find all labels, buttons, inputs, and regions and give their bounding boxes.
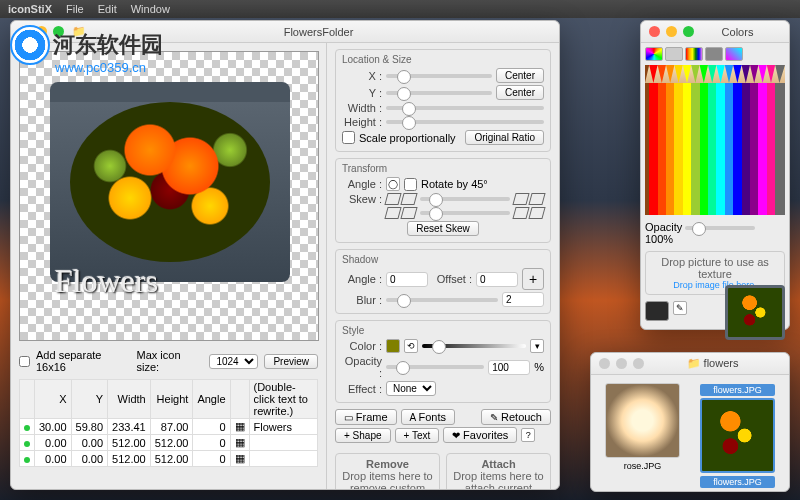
skew-icon[interactable] bbox=[384, 207, 401, 219]
brightness-slider[interactable] bbox=[422, 344, 526, 348]
close-button[interactable] bbox=[599, 358, 610, 369]
frame-button[interactable]: ▭ Frame bbox=[335, 409, 397, 425]
dragging-thumbnail[interactable] bbox=[725, 285, 785, 340]
menu-file[interactable]: File bbox=[66, 3, 84, 15]
file-thumbnail[interactable]: rose.JPG bbox=[605, 383, 680, 488]
shadow-angle-input[interactable] bbox=[386, 272, 428, 287]
properties-panel: Location & Size X :Center Y :Center Widt… bbox=[326, 43, 559, 489]
color-swatch[interactable] bbox=[386, 339, 400, 353]
transform-section: Transform Angle :◯Rotate by 45° Skew : R… bbox=[335, 158, 551, 243]
thumbnail-label: rose.JPG bbox=[605, 461, 680, 471]
menu-edit[interactable]: Edit bbox=[98, 3, 117, 15]
browser-path: flowers bbox=[704, 357, 739, 369]
minimize-button[interactable] bbox=[666, 26, 677, 37]
colors-window: Colors Opacity 100% Drop picture to use … bbox=[640, 20, 790, 330]
colors-title: Colors bbox=[694, 26, 781, 38]
add-16x16-checkbox[interactable] bbox=[19, 356, 30, 367]
menubar: iconStiX File Edit Window bbox=[0, 0, 800, 18]
skew-icon[interactable] bbox=[400, 207, 417, 219]
skew-v-slider[interactable] bbox=[420, 211, 510, 215]
opacity-value: 100% bbox=[645, 233, 673, 245]
skew-icon[interactable] bbox=[528, 207, 545, 219]
close-button[interactable] bbox=[649, 26, 660, 37]
blur-slider[interactable] bbox=[386, 298, 498, 302]
skew-icon[interactable] bbox=[512, 193, 529, 205]
maxsize-label: Max icon size: bbox=[137, 349, 204, 373]
table-row[interactable]: 0.000.00512.00512.000▦ bbox=[20, 451, 318, 467]
watermark-logo bbox=[10, 25, 50, 65]
scale-prop-checkbox[interactable] bbox=[342, 131, 355, 144]
color-mode-tabs bbox=[645, 47, 785, 61]
color-refresh-icon[interactable]: ⟲ bbox=[404, 339, 418, 353]
skew-icon[interactable] bbox=[528, 193, 545, 205]
image-layer[interactable] bbox=[70, 102, 270, 262]
main-window: 📁 FlowersFolder Flowers Add separate 16x… bbox=[10, 20, 560, 490]
add-16x16-label: Add separate 16x16 bbox=[36, 349, 131, 373]
eyedropper-icon[interactable]: ✎ bbox=[673, 301, 687, 315]
current-color-swatch[interactable] bbox=[645, 301, 669, 321]
style-menu-icon[interactable]: ▾ bbox=[530, 339, 544, 353]
maxsize-select[interactable]: 1024 bbox=[209, 354, 258, 369]
shadow-offset-input[interactable] bbox=[476, 272, 518, 287]
watermark: 河东软件园 www.pc0359.cn bbox=[10, 25, 163, 75]
preview-button[interactable]: Preview bbox=[264, 354, 318, 369]
skew-icon[interactable] bbox=[384, 193, 401, 205]
attach-dropzone[interactable]: Attach Drop items here to attach current… bbox=[446, 453, 551, 489]
icon-canvas[interactable]: Flowers bbox=[19, 51, 319, 341]
skew-icon[interactable] bbox=[400, 193, 417, 205]
effect-select[interactable]: None bbox=[386, 381, 436, 396]
color-image-tab[interactable] bbox=[705, 47, 723, 61]
maximize-button[interactable] bbox=[683, 26, 694, 37]
location-section: Location & Size X :Center Y :Center Widt… bbox=[335, 49, 551, 152]
color-sliders-tab[interactable] bbox=[665, 47, 683, 61]
add-text-button[interactable]: + Text bbox=[395, 428, 440, 443]
original-ratio-button[interactable]: Original Ratio bbox=[465, 130, 544, 145]
favorites-button[interactable]: ❤ Favorites bbox=[443, 427, 517, 443]
opacity-input[interactable] bbox=[488, 360, 530, 375]
reset-skew-button[interactable]: Reset Skew bbox=[407, 221, 478, 236]
pencil-picker[interactable] bbox=[645, 65, 785, 215]
color-wheel-tab[interactable] bbox=[645, 47, 663, 61]
opacity-label: Opacity bbox=[645, 221, 682, 233]
style-section: Style Color :⟲▾ Opacity :% Effect :None bbox=[335, 320, 551, 403]
maximize-button[interactable] bbox=[633, 358, 644, 369]
width-slider[interactable] bbox=[386, 106, 544, 110]
shadow-section: Shadow Angle :Offset :+ Blur : bbox=[335, 249, 551, 314]
shadow-add-button[interactable]: + bbox=[522, 268, 544, 290]
colors-titlebar[interactable]: Colors bbox=[641, 21, 789, 43]
table-row[interactable]: 30.0059.80233.4187.000▦Flowers bbox=[20, 419, 318, 435]
minimize-button[interactable] bbox=[616, 358, 627, 369]
x-slider[interactable] bbox=[386, 74, 492, 78]
menu-window[interactable]: Window bbox=[131, 3, 170, 15]
thumbnail-image bbox=[605, 383, 680, 458]
color-pencils-tab[interactable] bbox=[725, 47, 743, 61]
y-center-button[interactable]: Center bbox=[496, 85, 544, 100]
fonts-button[interactable]: A Fonts bbox=[401, 409, 455, 425]
add-shape-button[interactable]: + Shape bbox=[335, 428, 391, 443]
thumbnail-image bbox=[700, 398, 775, 473]
text-layer[interactable]: Flowers bbox=[55, 263, 158, 300]
file-thumbnail[interactable]: flowers.JPG flowers.JPG bbox=[700, 383, 775, 488]
color-opacity-slider[interactable] bbox=[685, 226, 755, 230]
browser-window: 📁 flowers rose.JPG flowers.JPG flowers.J… bbox=[590, 352, 790, 492]
color-palette-tab[interactable] bbox=[685, 47, 703, 61]
canvas-panel: Flowers Add separate 16x16 Max icon size… bbox=[11, 43, 326, 489]
x-center-button[interactable]: Center bbox=[496, 68, 544, 83]
blur-input[interactable] bbox=[502, 292, 544, 307]
layers-table[interactable]: X Y Width Height Angle (Double-click tex… bbox=[19, 379, 318, 467]
retouch-button[interactable]: ✎ Retouch bbox=[481, 409, 551, 425]
height-slider[interactable] bbox=[386, 120, 544, 124]
rotate45-checkbox[interactable] bbox=[404, 178, 417, 191]
thumbnail-badge: flowers.JPG bbox=[700, 384, 775, 396]
skew-h-slider[interactable] bbox=[420, 197, 510, 201]
thumbnail-label: flowers.JPG bbox=[700, 476, 775, 488]
y-slider[interactable] bbox=[386, 91, 492, 95]
browser-titlebar[interactable]: 📁 flowers bbox=[591, 353, 789, 375]
remove-dropzone[interactable]: Remove Drop items here to remove custom … bbox=[335, 453, 440, 489]
rotate-dial[interactable]: ◯ bbox=[386, 177, 400, 191]
table-row[interactable]: 0.000.00512.00512.000▦ bbox=[20, 435, 318, 451]
help-icon[interactable]: ? bbox=[521, 428, 535, 442]
skew-icon[interactable] bbox=[512, 207, 529, 219]
app-menu[interactable]: iconStiX bbox=[8, 3, 52, 15]
opacity-slider[interactable] bbox=[386, 365, 484, 369]
